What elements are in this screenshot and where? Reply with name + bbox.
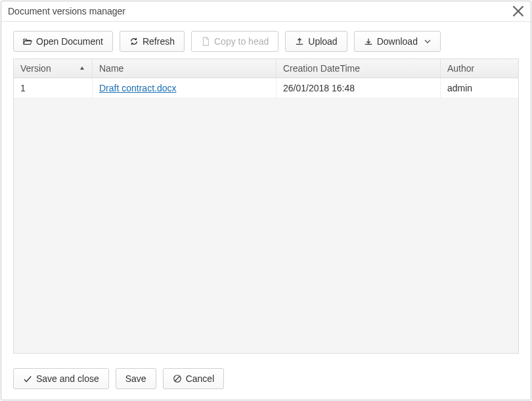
versions-grid: Version Name Creation DateTime Author 1 … [13,59,519,354]
copy-to-head-label: Copy to head [214,36,269,47]
copy-to-head-button: Copy to head [191,31,278,52]
download-icon [364,37,373,46]
cell-author: admin [441,78,518,98]
cell-name: Draft contract.docx [93,78,277,98]
check-icon [23,374,32,383]
refresh-icon [129,37,139,46]
sort-asc-icon [79,65,85,72]
svg-line-8 [175,377,179,381]
download-label: Download [377,36,418,47]
chevron-down-icon [424,38,431,45]
upload-icon [295,37,304,46]
download-button[interactable]: Download [354,31,441,52]
save-and-close-button[interactable]: Save and close [13,368,109,389]
save-button[interactable]: Save [116,368,156,389]
folder-open-icon [23,37,32,46]
open-document-label: Open Document [36,36,103,47]
toolbar: Open Document Refresh Copy to head Uploa… [1,22,531,59]
table-row[interactable]: 1 Draft contract.docx 26/01/2018 16:48 a… [14,78,518,99]
cancel-label: Cancel [186,373,215,384]
refresh-label: Refresh [143,36,175,47]
column-header-author-label: Author [447,63,474,74]
titlebar: Document versions manager [1,1,531,22]
dialog-title: Document versions manager [8,6,125,16]
column-header-version-label: Version [20,63,51,74]
cancel-icon [173,374,182,383]
upload-label: Upload [308,36,337,47]
dialog: Document versions manager Open Document … [1,1,531,400]
document-icon [201,37,210,46]
column-header-creation-datetime-label: Creation DateTime [283,63,360,74]
column-header-version[interactable]: Version [14,59,93,78]
column-header-author[interactable]: Author [441,59,518,78]
upload-button[interactable]: Upload [285,31,347,52]
grid-header: Version Name Creation DateTime Author [14,59,518,78]
cancel-button[interactable]: Cancel [163,368,225,389]
document-name-link[interactable]: Draft contract.docx [99,83,177,93]
svg-marker-6 [80,66,84,70]
save-label: Save [125,373,146,384]
cell-version: 1 [14,78,93,98]
cell-creation-datetime: 26/01/2018 16:48 [277,78,441,98]
refresh-button[interactable]: Refresh [120,31,185,52]
save-and-close-label: Save and close [36,373,99,384]
open-document-button[interactable]: Open Document [13,31,113,52]
close-icon[interactable] [512,5,524,17]
footer: Save and close Save Cancel [1,362,531,400]
column-header-name-label: Name [99,63,123,74]
column-header-creation-datetime[interactable]: Creation DateTime [277,59,441,78]
column-header-name[interactable]: Name [93,59,277,78]
grid-body: 1 Draft contract.docx 26/01/2018 16:48 a… [14,78,518,353]
